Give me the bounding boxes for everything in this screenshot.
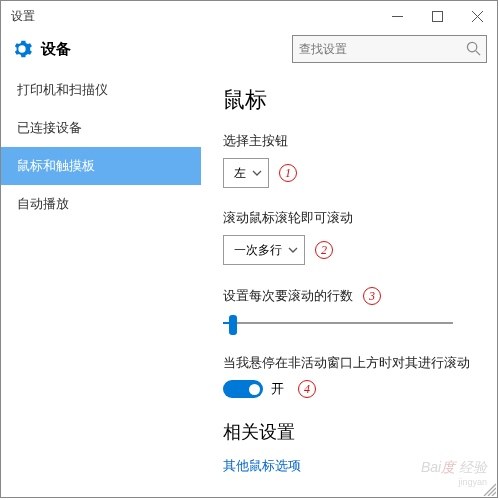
lines-per-scroll-label: 设置每次要滚动的行数 [223,288,353,305]
sidebar-item-label: 已连接设备 [17,119,82,137]
maximize-icon [432,11,443,22]
sidebar-item-printers[interactable]: 打印机和扫描仪 [1,71,201,109]
dropdown-value: 左 [234,165,246,182]
resize-grip-icon[interactable] [482,482,496,496]
watermark-text: Bai [421,459,441,475]
search-input[interactable] [292,35,487,63]
main-panel: 鼠标 选择主按钮 左 1 滚动鼠标滚轮即可滚动 一次多行 2 [201,71,497,495]
scroll-mode-dropdown[interactable]: 一次多行 [223,235,305,265]
svg-point-1 [467,42,476,51]
toggle-thumb [249,384,260,395]
dropdown-value: 一次多行 [234,242,282,259]
sidebar: 打印机和扫描仪 已连接设备 鼠标和触摸板 自动播放 [1,71,201,495]
sidebar-item-label: 自动播放 [17,195,69,213]
sidebar-item-label: 鼠标和触摸板 [17,157,95,175]
inactive-scroll-label: 当我悬停在非活动窗口上方时对其进行滚动 [223,355,479,372]
sidebar-item-mouse[interactable]: 鼠标和触摸板 [1,147,201,185]
watermark: Bai度 经验 jingyan [421,459,487,487]
titlebar: 设置 [1,1,497,31]
search-icon [466,41,481,56]
scroll-mode-label: 滚动鼠标滚轮即可滚动 [223,210,479,227]
svg-rect-0 [432,11,442,21]
sidebar-item-label: 打印机和扫描仪 [17,81,108,99]
sidebar-item-autoplay[interactable]: 自动播放 [1,185,201,223]
chevron-down-icon [252,168,262,178]
gear-icon [11,38,33,60]
watermark-accent: 度 [441,459,455,475]
toggle-state: 开 [271,381,284,398]
page-title: 鼠标 [223,85,479,115]
annotation-badge-1: 1 [279,164,297,182]
primary-button-dropdown[interactable]: 左 [223,158,269,188]
other-mouse-options-link[interactable]: 其他鼠标选项 [223,459,301,473]
chevron-down-icon [288,245,298,255]
maximize-button[interactable] [417,1,457,31]
slider-track [223,322,453,324]
lines-per-scroll-slider[interactable] [223,313,453,333]
sidebar-item-connected[interactable]: 已连接设备 [1,109,201,147]
annotation-badge-3: 3 [363,287,381,305]
primary-button-label: 选择主按钮 [223,133,479,150]
header: 设备 [1,31,497,71]
close-icon [472,11,483,22]
minimize-icon [392,11,403,22]
close-button[interactable] [457,1,497,31]
page-category: 设备 [41,40,71,59]
inactive-scroll-toggle[interactable] [223,380,263,398]
annotation-badge-2: 2 [315,241,333,259]
minimize-button[interactable] [377,1,417,31]
window-title: 设置 [11,8,35,25]
annotation-badge-4: 4 [298,380,316,398]
watermark-sub: jingyan [421,477,487,487]
slider-thumb[interactable] [229,315,237,335]
related-heading: 相关设置 [223,420,479,444]
